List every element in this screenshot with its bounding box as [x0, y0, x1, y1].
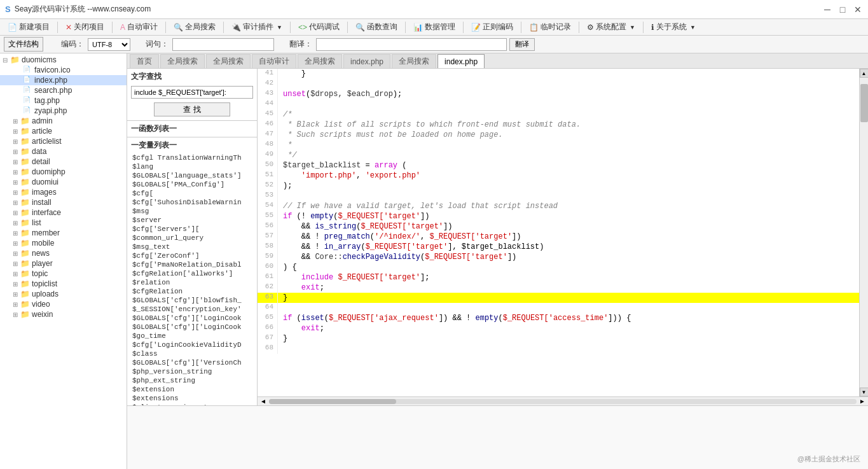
tab-global-search-3[interactable]: 全局搜索 — [298, 54, 342, 68]
vscroll-bar[interactable]: ▲ ▼ — [859, 69, 868, 396]
toolbar-file-structure-btn[interactable]: 文件结构 — [4, 37, 43, 52]
maximize-button[interactable]: □ — [837, 4, 848, 15]
var-list-item[interactable]: $cfgRelation['allworks'] — [127, 269, 257, 278]
find-button[interactable]: 查 找 — [154, 102, 230, 116]
menu-new-project[interactable]: 📄 新建项目 — [3, 20, 55, 34]
tab-global-search-1[interactable]: 全局搜索 — [160, 54, 205, 68]
var-list-item[interactable]: $go_time — [127, 332, 257, 340]
var-list-item[interactable]: $GLOBALS['cfg']['LoginCook — [127, 314, 257, 323]
tree-item-news[interactable]: ⊞ 📁 news — [0, 248, 127, 258]
tree-item-articlelist[interactable]: ⊞ 📁 articlelist — [0, 136, 127, 146]
tree-item-root[interactable]: ⊟ 📁 duomicms — [0, 55, 127, 65]
tree-item-install[interactable]: ⊞ 📁 install — [0, 197, 127, 207]
tree-item-list[interactable]: ⊞ 📁 list — [0, 218, 127, 228]
menu-close-project[interactable]: ✕ 关闭项目 — [60, 20, 109, 34]
var-list-item[interactable]: $msg_text — [127, 242, 257, 251]
var-list-item[interactable]: $php_version_string — [127, 367, 257, 376]
code-row: 44 — [258, 99, 859, 109]
tree-item-member[interactable]: ⊞ 📁 member — [0, 228, 127, 238]
menu-data-mgmt[interactable]: 📊 数据管理 — [408, 20, 460, 34]
tree-item-topiclist[interactable]: ⊞ 📁 topiclist — [0, 279, 127, 289]
vscroll-down-btn[interactable]: ▼ — [860, 388, 869, 396]
translate-input[interactable] — [316, 38, 507, 51]
var-list-item[interactable]: $lang — [127, 162, 257, 171]
var-list-item[interactable]: $extension — [127, 385, 257, 394]
tree-item-duomiphp[interactable]: ⊞ 📁 duomiphp — [0, 167, 127, 177]
var-list-item[interactable]: $php_ext_string — [127, 376, 257, 385]
tree-item-search-php[interactable]: · 📄 search.php — [0, 85, 127, 95]
menu-temp-record[interactable]: 📋 临时记录 — [524, 20, 576, 34]
hscroll-right-btn[interactable]: ► — [859, 398, 865, 405]
tree-item-tag-php[interactable]: · 📄 tag.php — [0, 95, 127, 106]
tab-global-search-2[interactable]: 全局搜索 — [206, 54, 251, 68]
var-list-item[interactable]: $cfgl TranslationWarningTh — [127, 153, 257, 162]
menu-code-debug[interactable]: <> 代码调试 — [293, 20, 345, 34]
close-button[interactable]: ✕ — [853, 4, 863, 15]
var-list-item[interactable]: $_SESSION['encryption_key' — [127, 305, 257, 314]
minimize-button[interactable]: ─ — [822, 4, 832, 15]
var-list-item[interactable]: $relation — [127, 278, 257, 287]
tree-item-favicon[interactable]: · 📄 favicon.ico — [0, 65, 127, 75]
word-input[interactable] — [172, 38, 274, 51]
menu-regex[interactable]: 📝 正则编码 — [466, 20, 518, 34]
var-list-item[interactable]: $common_url_query — [127, 234, 257, 242]
tree-item-mobile[interactable]: ⊞ 📁 mobile — [0, 238, 127, 248]
menu-global-search[interactable]: 🔍 全局搜索 — [169, 20, 221, 34]
var-list-item[interactable]: $cfg['SuhosinDisableWarnin — [127, 198, 257, 207]
tree-item-interface[interactable]: ⊞ 📁 interface — [0, 207, 127, 218]
var-list-item[interactable]: $cfg['Servers'][ — [127, 225, 257, 234]
menu-about[interactable]: ℹ 关于系统 ▼ — [646, 20, 701, 34]
menu-audit-plugin[interactable]: 🔌 审计插件 ▼ — [226, 20, 287, 34]
translate-button[interactable]: 翻译 — [509, 38, 535, 51]
encoding-select[interactable]: UTF-8 GBK GB2312 — [88, 38, 130, 51]
search-input[interactable] — [131, 86, 253, 99]
hscroll-track[interactable] — [269, 399, 857, 404]
code-row: 67} — [258, 333, 859, 344]
tree-item-duomiui[interactable]: ⊞ 📁 duomiui — [0, 177, 127, 187]
var-list-item[interactable]: $GLOBALS['language_stats'] — [127, 171, 257, 180]
var-list-item[interactable]: $cfg['ZeroConf'] — [127, 251, 257, 260]
var-list-item[interactable]: $GLOBALS['cfg']['VersionCh — [127, 358, 257, 367]
tab-global-search-4[interactable]: 全局搜索 — [392, 54, 436, 68]
var-list-item[interactable]: $GLOBALS['PMA_Config'] — [127, 180, 257, 189]
var-list-item[interactable]: $server — [127, 216, 257, 225]
tree-item-label: interface — [32, 208, 61, 217]
var-list-item[interactable]: $cfg['LoginCookieValidityD — [127, 340, 257, 349]
tab-index-php-1[interactable]: index.php — [343, 54, 390, 68]
code-content[interactable]: 41 }42 43unset($drops, $each_drop);44 45… — [258, 69, 859, 396]
vscroll-up-btn[interactable]: ▲ — [860, 69, 869, 78]
tree-item-video[interactable]: ⊞ 📁 video — [0, 299, 127, 309]
var-list-item[interactable]: $extensions — [127, 394, 257, 403]
var-list-item[interactable]: $GLOBALS['cfg']['blowfish_ — [127, 296, 257, 305]
var-list-item[interactable]: $msg — [127, 207, 257, 216]
tab-auto-audit[interactable]: 自动审计 — [252, 54, 296, 68]
menu-auto-audit[interactable]: A 自动审计 — [115, 20, 163, 34]
menu-func-query[interactable]: 🔍 函数查询 — [350, 20, 403, 34]
tree-item-article[interactable]: ⊞ 📁 article — [0, 126, 127, 136]
tree-item-data[interactable]: ⊞ 📁 data — [0, 146, 127, 157]
vscroll-thumb[interactable] — [860, 84, 868, 122]
tree-item-images[interactable]: ⊞ 📁 images — [0, 187, 127, 197]
tree-item-zyapi-php[interactable]: · 📄 zyapi.php — [0, 106, 127, 116]
tree-item-uploads[interactable]: ⊞ 📁 uploads — [0, 289, 127, 299]
line-number: 51 — [258, 171, 278, 181]
line-number: 52 — [258, 181, 278, 191]
tree-item-topic[interactable]: ⊞ 📁 topic — [0, 269, 127, 279]
hscroll-thumb[interactable] — [269, 399, 396, 404]
var-list-item[interactable]: $cfg['PmaNoRelation_Disabl — [127, 260, 257, 269]
vscroll-track[interactable] — [860, 78, 869, 388]
menu-sys-config[interactable]: ⚙ 系统配置 ▼ — [582, 20, 640, 34]
tab-index-php-2[interactable]: index.php — [437, 54, 485, 68]
hscroll-left-btn[interactable]: ◄ — [260, 398, 266, 405]
tree-item-index-php[interactable]: · 📄 index.php — [0, 75, 127, 85]
var-list-item[interactable]: $GLOBALS['cfg']['LoginCook — [127, 323, 257, 332]
tab-home[interactable]: 首页 — [130, 54, 159, 68]
var-list-item[interactable]: $cfgRelation — [127, 287, 257, 296]
var-list-item[interactable]: $class — [127, 349, 257, 358]
tree-item-weixin[interactable]: ⊞ 📁 weixin — [0, 309, 127, 319]
hscroll-bar[interactable]: ◄ ► — [258, 396, 868, 405]
tree-item-player[interactable]: ⊞ 📁 player — [0, 258, 127, 269]
var-list-item[interactable]: $cfg[ — [127, 189, 257, 198]
tree-item-detail[interactable]: ⊞ 📁 detail — [0, 157, 127, 167]
tree-item-admin[interactable]: ⊞ 📁 admin — [0, 116, 127, 126]
